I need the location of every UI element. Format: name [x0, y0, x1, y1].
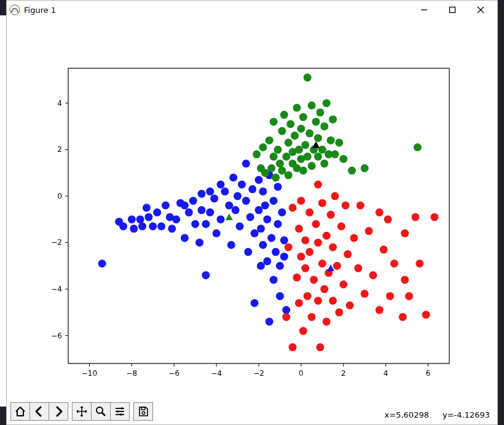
svg-point-140	[308, 162, 316, 170]
svg-text:−2: −2	[253, 369, 264, 378]
svg-point-117	[274, 146, 282, 154]
svg-point-174	[305, 248, 313, 256]
svg-point-219	[96, 407, 103, 413]
minimize-button[interactable]	[410, 1, 438, 19]
svg-text:−10: −10	[82, 369, 97, 378]
svg-point-178	[314, 296, 322, 304]
svg-point-97	[270, 197, 278, 205]
svg-point-108	[253, 150, 261, 158]
svg-rect-225	[117, 411, 119, 413]
svg-point-121	[280, 111, 288, 119]
svg-point-77	[238, 180, 246, 188]
svg-text:2: 2	[57, 145, 62, 154]
svg-point-39	[119, 223, 127, 231]
svg-point-136	[301, 141, 309, 149]
svg-point-51	[168, 224, 176, 232]
svg-point-157	[348, 167, 356, 175]
forward-button[interactable]	[49, 403, 68, 420]
svg-point-212	[401, 229, 409, 237]
svg-point-148	[320, 159, 328, 167]
svg-point-153	[329, 116, 337, 124]
svg-point-179	[314, 239, 322, 247]
svg-point-82	[248, 185, 256, 193]
svg-point-135	[299, 167, 307, 175]
svg-point-48	[157, 223, 165, 231]
svg-point-134	[299, 113, 307, 121]
svg-point-122	[282, 153, 290, 161]
svg-point-190	[329, 244, 337, 252]
svg-point-171	[301, 236, 309, 244]
svg-point-116	[272, 173, 280, 181]
svg-point-137	[304, 153, 312, 161]
svg-point-155	[335, 138, 343, 146]
pan-button[interactable]	[73, 403, 92, 420]
svg-point-120	[278, 167, 286, 175]
svg-point-144	[314, 153, 322, 161]
svg-text:−8: −8	[126, 369, 137, 378]
svg-point-162	[289, 204, 297, 212]
svg-point-218	[430, 213, 438, 221]
zoom-button[interactable]	[92, 403, 111, 420]
svg-point-118	[276, 159, 284, 167]
save-button[interactable]	[134, 403, 152, 420]
svg-point-1	[11, 11, 13, 13]
coord-y: y=-4.12693	[443, 410, 490, 419]
coord-x: x=5.60298	[385, 410, 429, 419]
close-button[interactable]	[467, 1, 495, 19]
svg-point-217	[422, 311, 430, 319]
svg-point-94	[266, 317, 274, 325]
home-button[interactable]	[11, 403, 30, 420]
svg-point-75	[234, 192, 242, 200]
svg-point-130	[293, 104, 301, 112]
svg-point-149	[320, 122, 328, 130]
svg-point-98	[270, 276, 278, 284]
svg-point-125	[286, 120, 294, 128]
configure-button[interactable]	[111, 403, 129, 420]
svg-point-156	[339, 155, 347, 163]
plot-canvas[interactable]: −10−8−6−4−20246−6−4−2024	[7, 19, 497, 400]
svg-point-91	[261, 201, 269, 209]
svg-point-81	[246, 213, 254, 221]
svg-point-177	[312, 220, 320, 228]
svg-point-69	[217, 215, 225, 223]
svg-point-138	[304, 74, 312, 82]
svg-text:0: 0	[299, 369, 304, 378]
svg-point-101	[274, 183, 282, 191]
svg-point-56	[185, 209, 193, 216]
svg-point-54	[181, 234, 189, 242]
back-button[interactable]	[30, 403, 49, 420]
svg-point-197	[344, 250, 352, 258]
svg-point-141	[308, 101, 316, 109]
svg-point-159	[414, 143, 422, 151]
svg-point-102	[276, 292, 284, 300]
svg-point-87	[257, 262, 265, 270]
svg-point-72	[227, 241, 235, 249]
cursor-coords: x=5.60298 y=-4.12693	[385, 410, 490, 419]
svg-point-158	[361, 164, 369, 172]
svg-point-40	[128, 215, 136, 223]
svg-point-165	[295, 224, 303, 232]
svg-rect-224	[121, 408, 123, 410]
svg-point-79	[242, 159, 250, 167]
svg-point-128	[291, 132, 299, 140]
svg-point-84	[251, 299, 259, 307]
svg-point-152	[327, 137, 335, 145]
svg-point-143	[312, 117, 320, 125]
nav-toolbar	[10, 402, 153, 421]
svg-point-62	[202, 220, 210, 228]
maximize-button[interactable]	[438, 1, 467, 19]
svg-point-76	[236, 223, 244, 231]
svg-point-104	[278, 209, 286, 216]
svg-point-74	[232, 206, 240, 214]
figure-window: Figure 1 −10−8−6−4−20246−6−4−2024	[6, 0, 498, 425]
svg-text:−2: −2	[51, 238, 62, 247]
svg-point-41	[130, 224, 138, 232]
svg-text:2: 2	[341, 369, 346, 378]
svg-point-37	[98, 260, 106, 268]
svg-point-105	[280, 253, 288, 261]
svg-point-145	[314, 134, 322, 142]
svg-point-180	[314, 180, 322, 188]
svg-point-196	[342, 201, 350, 209]
svg-point-96	[267, 234, 275, 242]
svg-point-170	[301, 264, 309, 272]
